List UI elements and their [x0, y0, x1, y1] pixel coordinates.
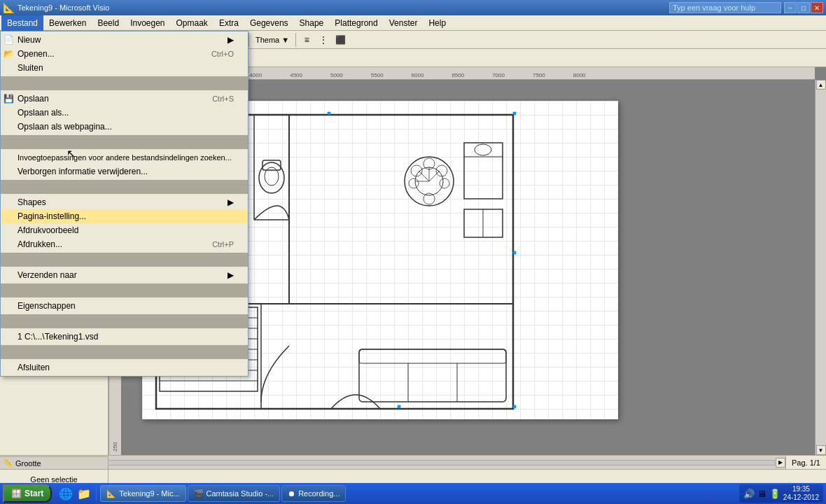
menu-entry-opslaan-als[interactable]: Opslaan als... — [1, 106, 248, 120]
svg-line-13 — [429, 171, 440, 181]
afdrukken-shortcut: Ctrl+P — [212, 240, 234, 248]
menu-invoegen[interactable]: Invoegen — [125, 15, 170, 31]
taskbar-visio-btn[interactable]: 📐 Tekening9 - Mic... — [100, 485, 186, 502]
shapes-arrow: ▶ — [227, 197, 234, 207]
scroll-down-btn[interactable]: ▼ — [816, 445, 826, 455]
menu-entry-opslaan[interactable]: 💾 Opslaan Ctrl+S — [1, 92, 248, 106]
taskbar-explorer-btn[interactable]: 📁 — [76, 486, 92, 502]
page-number: Pag. 1/1 — [792, 458, 820, 467]
menu-entry-afsluiten[interactable]: Afsluiten — [1, 360, 248, 374]
tray-battery-icon: 🔋 — [769, 489, 780, 499]
recording-icon: ⏺ — [288, 489, 295, 498]
align-left[interactable]: ≡ — [299, 32, 314, 48]
menu-bar: Bestand Bewerken Beeld Invoegen Opmaak E… — [0, 15, 826, 31]
menu-shape[interactable]: Shape — [294, 15, 330, 31]
openen-shortcut: Ctrl+O — [211, 50, 234, 58]
camtasia-label: Camtasia Studio -... — [206, 489, 274, 498]
menu-entry-eigenschappen[interactable]: Eigenschappen — [1, 299, 248, 313]
theme-button[interactable]: Thema ▼ — [252, 32, 293, 48]
bestand-dropdown-menu: 📄 Nieuw ▶ 📂 Openen... Ctrl+O Sluiten 💾 O… — [0, 31, 248, 377]
menu-entry-afdrukvoorbeeld[interactable]: Afdrukvoorbeeld — [1, 223, 248, 237]
menu-bestand[interactable]: Bestand — [1, 15, 43, 31]
h-scrollbar: ◀ ▶ — [93, 456, 785, 469]
menu-entry-opslaan-webpagina[interactable]: Opslaan als webpagina... — [1, 120, 248, 134]
tray-time: 19:35 — [783, 485, 819, 493]
bottom-tabs-bar: ◀ ◁ ▷ ▶ Pagina-1 ◀ ▶ Pag. 1/1 — [0, 455, 826, 469]
menu-entry-openen[interactable]: 📂 Openen... Ctrl+O — [1, 47, 248, 61]
menu-gegevens[interactable]: Gegevens — [244, 15, 294, 31]
minimize-button[interactable]: − — [784, 2, 797, 13]
start-label: Start — [24, 489, 43, 498]
taskbar-sep — [96, 486, 97, 501]
svg-rect-46 — [513, 405, 516, 408]
explorer-icon: 📁 — [77, 488, 91, 500]
svg-rect-45 — [513, 251, 516, 254]
shape-btn[interactable]: ⬛ — [332, 32, 348, 48]
menu-venster[interactable]: Venster — [384, 15, 424, 31]
svg-point-21 — [424, 193, 435, 204]
menu-beeld[interactable]: Beeld — [92, 15, 125, 31]
h-scroll-right-btn[interactable]: ▶ — [776, 458, 785, 468]
menu-plattegrond[interactable]: Plattegrond — [329, 15, 383, 31]
sep5 — [295, 33, 296, 47]
svg-rect-48 — [398, 405, 400, 408]
sep2 — [1, 135, 248, 149]
tray-clock: 19:35 24-12-2012 — [783, 485, 819, 502]
start-button[interactable]: 🪟 Start — [3, 484, 52, 503]
svg-rect-43 — [328, 112, 330, 115]
svg-rect-38 — [359, 349, 506, 402]
menu-opmaak[interactable]: Opmaak — [171, 15, 214, 31]
taskbar: 🪟 Start 🌐 📁 📐 Tekening9 - Mic... 🎬 Camta… — [0, 483, 826, 504]
menu-help[interactable]: Help — [423, 15, 451, 31]
taskbar-ie-btn[interactable]: 🌐 — [57, 486, 74, 502]
window-title: Tekening9 - Microsoft Visio — [18, 4, 669, 12]
grootte-icon: 📏 — [3, 458, 13, 468]
visio-label: Tekening9 - Mic... — [119, 489, 179, 498]
menu-bewerken[interactable]: Bewerken — [43, 15, 92, 31]
menu-entry-sluiten[interactable]: Sluiten — [1, 61, 248, 75]
svg-rect-22 — [464, 143, 503, 199]
menu-extra[interactable]: Extra — [214, 15, 244, 31]
menu-entry-recent1[interactable]: 1 C:\...\Tekening1.vsd — [1, 330, 248, 344]
restore-button[interactable]: □ — [797, 2, 810, 13]
opslaan-shortcut: Ctrl+S — [212, 94, 234, 103]
opslaan-icon: 💾 — [4, 94, 14, 104]
status-bar: Lod 22222 — [0, 469, 826, 483]
menu-entry-afdrukken[interactable]: Afdrukken... Ctrl+P — [1, 237, 248, 251]
title-bar: 📐 Tekening9 - Microsoft Visio − □ ✕ — [0, 0, 826, 15]
svg-point-19 — [440, 178, 449, 188]
sep6 — [1, 314, 248, 328]
sep4 — [248, 33, 249, 47]
nieuw-arrow: ▶ — [227, 35, 234, 45]
menu-entry-shapes[interactable]: Shapes ▶ — [1, 195, 248, 209]
tray-date: 24-12-2012 — [783, 493, 819, 502]
tray-network-icon: 🖥 — [757, 489, 766, 499]
taskbar-recording-btn[interactable]: ⏺ Recording... — [281, 485, 346, 502]
system-tray: 🔊 🖥 🔋 19:35 24-12-2012 — [739, 484, 823, 503]
menu-entry-verzenden[interactable]: Verzenden naar ▶ — [1, 268, 248, 282]
ie-icon: 🌐 — [59, 488, 73, 500]
align-center[interactable]: ⋮ — [316, 32, 331, 48]
menu-entry-invoeg-toep[interactable]: Invoeg­toepassingen voor andere bestands… — [1, 150, 248, 164]
taskbar-camtasia-btn[interactable]: 🎬 Camtasia Studio -... — [188, 485, 281, 502]
svg-rect-39 — [359, 349, 506, 363]
verzenden-arrow: ▶ — [227, 270, 234, 280]
scroll-up-btn[interactable]: ▲ — [816, 80, 826, 90]
right-scrollbar[interactable]: ▲ ▼ — [815, 80, 826, 455]
svg-rect-9 — [262, 160, 281, 170]
grootte-title: Grootte — [15, 459, 41, 468]
svg-point-18 — [409, 178, 419, 188]
close-button[interactable]: ✕ — [811, 2, 823, 13]
menu-entry-nieuw[interactable]: 📄 Nieuw ▶ — [1, 33, 248, 47]
sep4 — [1, 253, 248, 267]
sep5 — [1, 284, 248, 298]
nieuw-icon: 📄 — [4, 35, 14, 45]
help-search-input[interactable] — [669, 2, 781, 13]
sep3 — [1, 180, 248, 194]
menu-entry-verborgen[interactable]: Verborgen informatie verwijderen... — [1, 164, 248, 178]
menu-entry-pagina-instelling[interactable]: Pagina-instelling... — [1, 209, 248, 223]
start-icon: 🪟 — [11, 489, 22, 498]
svg-line-12 — [419, 171, 429, 181]
recording-label: Recording... — [298, 489, 340, 498]
visio-icon: 📐 — [106, 489, 116, 498]
